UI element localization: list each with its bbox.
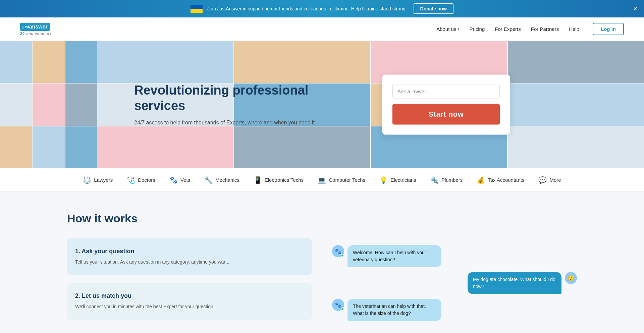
expert-avatar: 🐾 — [332, 245, 344, 257]
header: just answer 20 ANNIVERSARY About us ▾ Pr… — [0, 17, 644, 41]
logo[interactable]: just answer 20 ANNIVERSARY — [20, 23, 52, 36]
hero-img-3 — [65, 41, 97, 83]
nav-for-partners[interactable]: For Partners — [531, 26, 559, 32]
cat-icon-vets: 🐾 — [169, 176, 178, 184]
hero-img-5 — [33, 84, 64, 125]
hero-subtitle: 24/7 access to help from thousands of Ex… — [134, 119, 356, 127]
chat-welcome-wrap: 🐾 Welcome! How can I help with your vete… — [332, 245, 577, 267]
cat-item-more[interactable]: 💬More — [533, 173, 566, 187]
online-status-dot — [341, 254, 344, 257]
cat-item-lawyers[interactable]: ⚖️Lawyers — [77, 173, 118, 187]
hero-img-6 — [65, 84, 97, 125]
step-title-1: 1. Ask your question — [75, 248, 304, 255]
hero-content: Revolutionizing professional services 24… — [121, 75, 523, 135]
cat-label-more: More — [549, 177, 561, 183]
hero-img-4 — [0, 84, 32, 125]
cat-item-mechanics[interactable]: 🔧Mechanics — [199, 173, 245, 187]
cat-label-electricians: Electricians — [390, 177, 416, 183]
hero-img-r12 — [508, 126, 644, 168]
hero-img-1 — [0, 41, 32, 83]
chat-welcome-bubble: Welcome! How can I help with your veteri… — [347, 245, 441, 267]
cat-icon-mechanics: 🔧 — [204, 176, 213, 184]
search-card: Start now — [382, 75, 510, 135]
step-card-1: 1. Ask your questionTell us your situati… — [67, 238, 312, 275]
main-nav: About us ▾ Pricing For Experts For Partn… — [436, 23, 624, 35]
step-desc-2: We'll connect you in minutes with the be… — [75, 303, 304, 310]
cat-item-tax[interactable]: 💰Tax Accountants — [471, 173, 530, 187]
main-content: How it works 1. Ask your questionTell us… — [0, 192, 644, 333]
hero-section: Revolutionizing professional services 24… — [0, 41, 644, 168]
chat-user-bubble: My dog ate chocolate. What should I do n… — [468, 272, 561, 294]
hero-img-7 — [0, 126, 32, 168]
cat-item-doctors[interactable]: 🩺Doctors — [121, 173, 161, 187]
category-bar: ⚖️Lawyers🩺Doctors🐾Vets🔧Mechanics📱Electro… — [0, 168, 644, 192]
step-desc-1: Tell us your situation. Ask any question… — [75, 258, 304, 266]
how-it-works-title: How it works — [67, 212, 577, 225]
step-card-2: 2. Let us match youWe'll connect you in … — [67, 283, 312, 320]
online-status-dot-2 — [341, 308, 344, 311]
cat-icon-lawyers: ⚖️ — [83, 176, 91, 184]
login-button[interactable]: Log in — [593, 23, 624, 35]
cat-label-plumbers: Plumbers — [441, 177, 463, 183]
hero-title: Revolutionizing professional services — [134, 82, 356, 113]
cat-item-electronics[interactable]: 📱Electronics Techs — [248, 173, 309, 187]
nav-about[interactable]: About us ▾ — [436, 26, 459, 32]
cat-icon-more: 💬 — [538, 176, 547, 184]
logo-answer: answer — [29, 24, 48, 30]
hero-img-r4 — [508, 41, 644, 83]
cat-icon-electronics: 📱 — [254, 176, 262, 184]
cat-item-electricians[interactable]: 💡Electricians — [374, 173, 422, 187]
chevron-down-icon: ▾ — [458, 27, 459, 31]
hero-images-left — [0, 41, 97, 168]
cat-label-lawyers: Lawyers — [94, 177, 113, 183]
cat-item-computer[interactable]: 💻Computer Techs — [312, 173, 371, 187]
chat-reply-wrap: 🐾 The veterinarian can help with that. W… — [332, 299, 577, 321]
cat-icon-electricians: 💡 — [379, 176, 388, 184]
cat-label-electronics: Electronics Techs — [265, 177, 304, 183]
expert-avatar-2: 🐾 — [332, 299, 344, 311]
start-button[interactable]: Start now — [392, 104, 500, 125]
hero-text: Revolutionizing professional services 24… — [134, 82, 356, 126]
user-avatar: 🙂 — [565, 272, 577, 284]
logo-just: just — [22, 25, 29, 29]
how-it-works: 1. Ask your questionTell us your situati… — [67, 238, 577, 328]
chat-user-wrap: 🙂 My dog ate chocolate. What should I do… — [332, 272, 577, 294]
cat-label-tax: Tax Accountants — [488, 177, 524, 183]
logo-anniversary: 20 ANNIVERSARY — [20, 32, 52, 36]
chat-reply-bubble: The veterinarian can help with that. Wha… — [347, 299, 441, 321]
hero-img-8 — [33, 126, 64, 168]
cat-icon-computer: 💻 — [318, 176, 326, 184]
cat-label-computer: Computer Techs — [329, 177, 365, 183]
ukraine-flag — [191, 5, 203, 13]
nav-help[interactable]: Help — [569, 26, 579, 32]
cat-icon-tax: 💰 — [477, 176, 485, 184]
cat-icon-doctors: 🩺 — [127, 176, 135, 184]
hero-img-r8 — [508, 84, 644, 125]
cat-label-vets: Vets — [180, 177, 190, 183]
cat-label-doctors: Doctors — [138, 177, 155, 183]
banner-text: Join JustAnswer in supporting our friend… — [207, 6, 407, 11]
how-steps: 1. Ask your questionTell us your situati… — [67, 238, 312, 320]
step-title-2: 2. Let us match you — [75, 292, 304, 299]
donate-button[interactable]: Donate now — [414, 3, 453, 14]
cat-icon-plumbers: 🔩 — [430, 176, 439, 184]
ukraine-banner: Join JustAnswer in supporting our friend… — [0, 0, 644, 17]
search-input[interactable] — [392, 84, 500, 99]
close-banner-button[interactable]: × — [633, 5, 637, 12]
hero-img-2 — [33, 41, 64, 83]
chat-preview: 🐾 Welcome! How can I help with your vete… — [332, 238, 577, 328]
nav-pricing[interactable]: Pricing — [469, 26, 485, 32]
nav-for-experts[interactable]: For Experts — [495, 26, 521, 32]
cat-label-mechanics: Mechanics — [215, 177, 239, 183]
cat-item-vets[interactable]: 🐾Vets — [164, 173, 196, 187]
hero-img-9 — [65, 126, 97, 168]
cat-item-plumbers[interactable]: 🔩Plumbers — [425, 173, 468, 187]
